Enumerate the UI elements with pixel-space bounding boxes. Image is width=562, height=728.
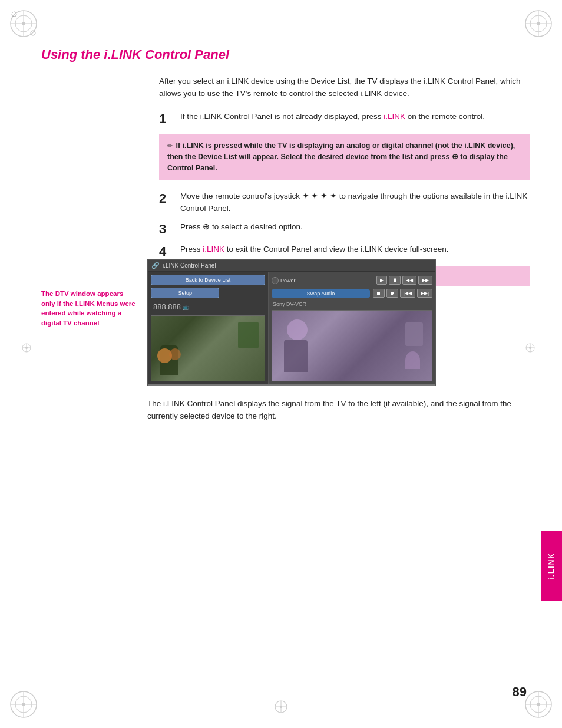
cp-transport-row2: ⏹ ⏺ |◀◀ ▶▶| <box>373 289 432 298</box>
step-1-text: If the i.LINK Control Panel is not alrea… <box>180 111 530 123</box>
step-4-text: Press i.LINK to exit the Control Panel a… <box>180 243 530 256</box>
cp-channel-icon: 📺 <box>183 304 189 310</box>
step-2-number: 2 <box>159 190 176 207</box>
cp-title-text: i.LINK Control Panel <box>163 262 216 269</box>
control-panel-screenshot: 🔗 i.LINK Control Panel Back to Device Li… <box>147 259 436 386</box>
cp-left-video <box>151 315 265 381</box>
center-bottom-decoration <box>272 698 290 717</box>
cp-stop-btn: ⏹ <box>373 289 385 298</box>
right-mid-crosshair <box>524 342 536 355</box>
cp-right-video <box>272 310 432 381</box>
left-mid-crosshair <box>21 342 32 355</box>
cp-left-panel: Back to Device List Setup 888.888 📺 <box>148 272 269 384</box>
pencil-icon-1: ✏ <box>167 141 173 151</box>
step-2: 2 Move the remote control's joystick ✦ ✦… <box>159 190 530 215</box>
page-title: Using the i.LINK Control Panel <box>41 47 530 62</box>
cp-power-section: Power <box>272 277 373 284</box>
step-1: 1 If the i.LINK Control Panel is not alr… <box>159 111 530 128</box>
cp-rew-btn: ◀◀ <box>402 276 416 285</box>
cp-device-label: Sony DV-VCR <box>272 301 432 308</box>
bottom-description: The i.LINK Control Panel displays the si… <box>147 398 530 423</box>
cp-rec-btn: ⏺ <box>386 289 398 298</box>
cp-swap-btn: Swap Audio <box>272 289 370 298</box>
ilink-sidebar-tab: i.LINK <box>541 531 562 601</box>
svg-point-11 <box>537 22 540 25</box>
cp-controls-mid: Swap Audio ⏹ ⏺ |◀◀ ▶▶| <box>272 288 432 299</box>
step-3: 3 Press ⊕ to select a desired option. <box>159 221 530 238</box>
step-4-number: 4 <box>159 243 176 261</box>
step-1-number: 1 <box>159 111 176 128</box>
cp-title-bar: 🔗 i.LINK Control Panel <box>148 260 435 272</box>
cp-next-btn: ▶▶| <box>417 289 432 298</box>
corner-decoration-bl <box>6 687 41 722</box>
dtv-window-label: The DTV window appears only if the i.LIN… <box>41 289 138 328</box>
press-label: Press <box>180 222 201 231</box>
cp-play-btn: ▶ <box>376 276 387 285</box>
sidebar-tab-label: i.LINK <box>547 552 556 580</box>
intro-text: After you select an i.LINK device using … <box>159 75 530 100</box>
svg-point-16 <box>22 703 25 706</box>
ilink-colored-2: i.LINK <box>203 245 224 253</box>
cp-transport-row1: ▶ ⏸ ◀◀ ▶▶ <box>376 276 432 285</box>
cp-back-btn: Back to Device List <box>151 275 265 285</box>
cp-pause-btn: ⏸ <box>389 276 401 285</box>
cp-channel: 888.888 📺 <box>151 301 265 313</box>
right-column: After you select an i.LINK device using … <box>159 75 530 286</box>
corner-decoration-tl <box>6 6 41 41</box>
cp-ff-btn: ▶▶ <box>418 276 432 285</box>
step-2-text: Move the remote control's joystick ✦ ✦ ✦… <box>180 190 530 215</box>
step-4: 4 Press i.LINK to exit the Control Panel… <box>159 243 530 261</box>
svg-point-21 <box>537 703 540 706</box>
cp-channel-number: 888.888 <box>153 302 181 311</box>
svg-point-33 <box>529 347 531 349</box>
cp-body: Back to Device List Setup 888.888 📺 <box>148 272 435 384</box>
cp-right-panel: Power ▶ ⏸ ◀◀ ▶▶ Swap Audio ⏹ ⏺ |◀◀ ▶▶| <box>269 272 435 384</box>
svg-point-29 <box>25 347 28 349</box>
cp-setup-btn: Setup <box>151 288 219 298</box>
svg-point-4 <box>22 22 25 25</box>
step-3-text: Press ⊕ to select a desired option. <box>180 221 530 233</box>
cp-prev-btn: |◀◀ <box>400 289 415 298</box>
ilink-colored-1: i.LINK <box>384 112 405 121</box>
step-3-number: 3 <box>159 221 176 238</box>
cp-controls-top: Power ▶ ⏸ ◀◀ ▶▶ <box>272 275 432 286</box>
svg-point-25 <box>280 706 282 708</box>
dtv-label-text: The DTV window appears only if the i.LIN… <box>41 289 138 328</box>
note-box-1: ✏ If i.LINK is pressed while the TV is d… <box>159 134 530 179</box>
bottom-desc-text: The i.LINK Control Panel displays the si… <box>147 398 530 423</box>
page-number: 89 <box>513 684 527 700</box>
cp-power-circle <box>272 277 279 284</box>
corner-decoration-tr <box>521 6 556 41</box>
cp-power-label: Power <box>280 278 296 284</box>
ilink-icon: 🔗 <box>151 262 160 269</box>
